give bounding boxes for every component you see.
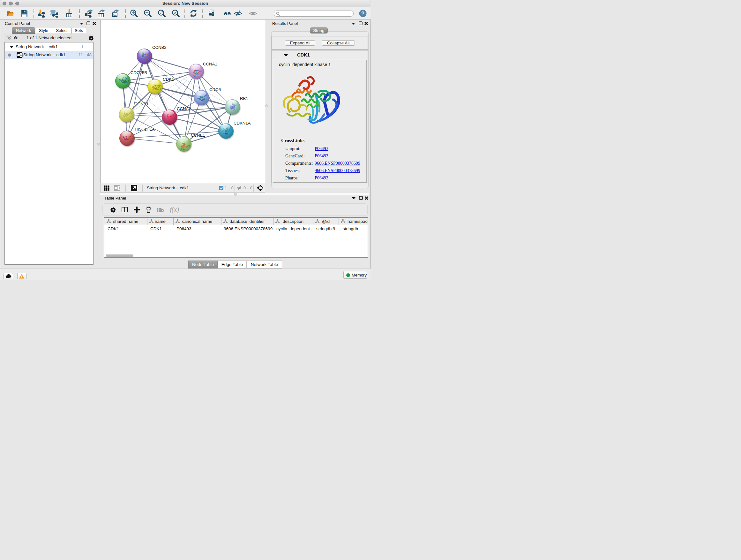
svg-text:CCNB2: CCNB2 [152,45,166,50]
svg-text:RB1: RB1 [240,96,248,101]
svg-text:CDC25B: CDC25B [131,70,147,75]
svg-text:CCNE1: CCNE1 [191,133,205,138]
svg-text:CCNA1: CCNA1 [203,62,217,66]
svg-text:CCNA2: CCNA2 [177,106,191,111]
svg-text:CDK1: CDK1 [163,77,174,82]
svg-text:HIST1H1A: HIST1H1A [135,127,155,132]
svg-text:CCNB1: CCNB1 [134,102,149,106]
svg-text:CDC6: CDC6 [209,87,221,92]
svg-text:?: ? [361,10,364,16]
svg-text:CDKN1A: CDKN1A [233,121,251,125]
